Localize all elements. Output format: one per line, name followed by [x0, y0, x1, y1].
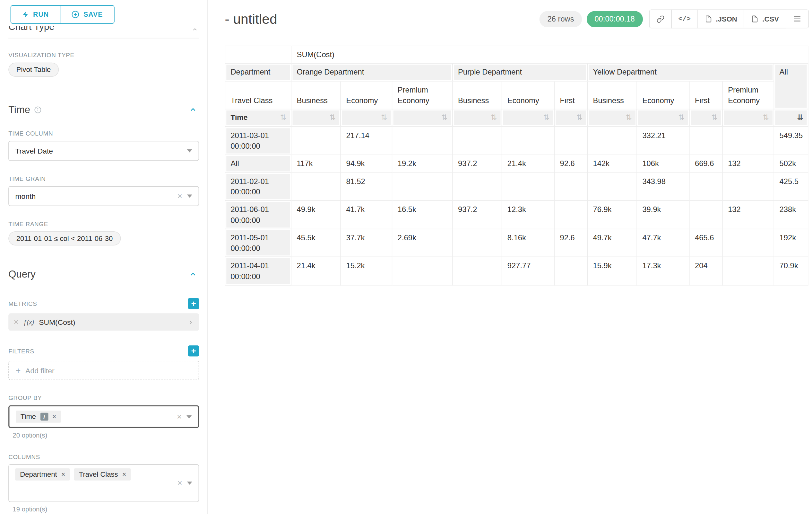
pivot-column-sort[interactable]: ⇅: [588, 110, 637, 127]
pivot-cell: [502, 127, 555, 155]
caret-down-icon[interactable]: [187, 482, 192, 485]
pivot-cell: [453, 257, 502, 286]
time-column-select[interactable]: Travel Date: [8, 141, 199, 161]
query-section-header[interactable]: Query: [8, 269, 199, 280]
pivot-cell: 81.52: [341, 173, 392, 201]
add-filter-button[interactable]: + Add filter: [8, 361, 199, 380]
pivot-column-sort[interactable]: ⇅: [291, 110, 341, 127]
pivot-class-header: First: [555, 81, 588, 110]
pivot-column-sort[interactable]: ⇅: [392, 110, 453, 127]
sort-icon[interactable]: ⇅: [491, 113, 496, 123]
chevron-right-icon[interactable]: [187, 319, 194, 325]
pivot-cell: [392, 257, 453, 286]
pivot-cell: 94.9k: [341, 155, 392, 172]
clear-icon[interactable]: ×: [177, 479, 182, 487]
pivot-row: All117k94.9k19.2k937.221.4k92.6142k106k6…: [225, 155, 809, 172]
pivot-class-header: Business: [588, 81, 637, 110]
pivot-column-sort[interactable]: ⇊: [774, 110, 809, 127]
clear-icon[interactable]: ×: [177, 412, 182, 421]
sort-icon[interactable]: ⇅: [626, 113, 631, 123]
time-range-pill[interactable]: 2011-01-01 ≤ col < 2011-06-30: [8, 231, 121, 245]
column-chip-department[interactable]: Department ×: [15, 468, 70, 481]
metric-chip[interactable]: × ƒ(x) SUM(Cost): [8, 313, 199, 330]
pivot-cell: 15.9k: [588, 257, 637, 286]
add-metric-button[interactable]: +: [188, 298, 199, 309]
chip-info-icon: i: [40, 413, 48, 421]
pivot-row-header: All: [225, 155, 291, 172]
sort-icon[interactable]: ⇅: [543, 113, 549, 123]
add-filter-plus-button[interactable]: +: [188, 345, 199, 356]
sort-icon[interactable]: ⇅: [280, 113, 286, 123]
sort-icon[interactable]: ⇅: [441, 113, 447, 123]
pivot-column-sort[interactable]: ⇅: [341, 110, 392, 127]
pivot-column-sort[interactable]: ⇅: [637, 110, 690, 127]
caret-down-icon[interactable]: [187, 194, 192, 197]
csv-button-label: .CSV: [762, 15, 779, 23]
pivot-row: 2011-04-01 00:00:0021.4k15.2k927.7715.9k…: [225, 257, 809, 286]
save-button[interactable]: SAVE: [60, 5, 115, 23]
chevron-up-icon[interactable]: [189, 106, 197, 114]
sort-icon[interactable]: ⇅: [678, 113, 684, 123]
chevron-up-icon[interactable]: [192, 26, 198, 33]
caret-down-icon[interactable]: [186, 415, 192, 418]
chip-label: Department: [20, 470, 57, 479]
pivot-cell: 937.2: [453, 201, 502, 229]
query-section-title: Query: [8, 269, 36, 280]
column-chip-travel-class[interactable]: Travel Class ×: [74, 468, 131, 481]
pivot-column-sort[interactable]: ⇅: [723, 110, 774, 127]
add-filter-label: Add filter: [25, 366, 54, 375]
caret-down-icon[interactable]: [187, 150, 192, 153]
pivot-row: 2011-06-01 00:00:0049.9k41.7k16.5k937.21…: [225, 201, 809, 229]
bolt-icon: [22, 11, 29, 18]
chart-type-section-title: Chart Type: [8, 26, 199, 34]
run-button[interactable]: RUN: [10, 5, 60, 23]
time-grain-select[interactable]: month ×: [8, 186, 199, 206]
pivot-column-sort[interactable]: ⇅: [555, 110, 588, 127]
chip-remove-icon[interactable]: ×: [122, 471, 126, 478]
sort-icon[interactable]: ⇅: [381, 113, 387, 123]
chip-label: Time: [21, 413, 36, 421]
sort-icon[interactable]: ⇅: [576, 113, 582, 123]
pivot-cell: [453, 229, 502, 257]
pivot-cell: 549.35: [774, 127, 809, 155]
pivot-cell: 16.5k: [392, 201, 453, 229]
pivot-row-dimension-sort[interactable]: Time⇅: [225, 110, 291, 127]
pivot-department-header: Yellow Department: [588, 63, 774, 81]
time-range-label: TIME RANGE: [8, 221, 48, 227]
download-csv-button[interactable]: .CSV: [744, 9, 786, 28]
pivot-cell: [502, 173, 555, 201]
sort-icon[interactable]: ⇅: [329, 113, 336, 123]
group-by-chip-time[interactable]: Time i ×: [16, 410, 61, 423]
download-json-button[interactable]: .JSON: [697, 9, 744, 28]
pivot-class-header: Premium Economy: [723, 81, 774, 110]
time-section-header[interactable]: Time: [8, 104, 199, 116]
sort-descending-icon[interactable]: ⇊: [797, 113, 803, 123]
pivot-column-sort[interactable]: ⇅: [453, 110, 502, 127]
pivot-cell: [555, 173, 588, 201]
menu-button[interactable]: [786, 9, 809, 28]
pivot-row: 2011-03-01 00:00:00217.14332.21549.35: [225, 127, 809, 155]
pivot-cell: 15.2k: [341, 257, 392, 286]
pivot-class-header: Business: [291, 81, 341, 110]
clear-icon[interactable]: ×: [177, 192, 182, 200]
pivot-cell: [453, 173, 502, 201]
pivot-column-sort[interactable]: ⇅: [502, 110, 555, 127]
pivot-cell: [555, 201, 588, 229]
pivot-cell: 117k: [291, 155, 341, 172]
pivot-cell: 17.3k: [637, 257, 690, 286]
group-by-select[interactable]: Time i × ×: [8, 405, 199, 428]
pivot-column-sort[interactable]: ⇅: [690, 110, 723, 127]
chip-remove-icon[interactable]: ×: [61, 471, 65, 478]
chart-panel: - untitled 26 rows 00:00:00.18 </>: [208, 0, 812, 514]
embed-code-button[interactable]: </>: [671, 9, 698, 28]
remove-metric-icon[interactable]: ×: [14, 318, 19, 326]
sort-icon[interactable]: ⇅: [763, 113, 769, 123]
pivot-cell: 132: [723, 155, 774, 172]
copy-link-button[interactable]: [649, 9, 671, 28]
columns-select[interactable]: Department × Travel Class × ×: [8, 464, 199, 502]
sort-icon[interactable]: ⇅: [711, 113, 717, 123]
visualization-type-pill[interactable]: Pivot Table: [8, 63, 59, 77]
chip-remove-icon[interactable]: ×: [52, 413, 56, 420]
chevron-up-icon[interactable]: [189, 270, 197, 278]
pivot-cell: 70.9k: [774, 257, 809, 286]
